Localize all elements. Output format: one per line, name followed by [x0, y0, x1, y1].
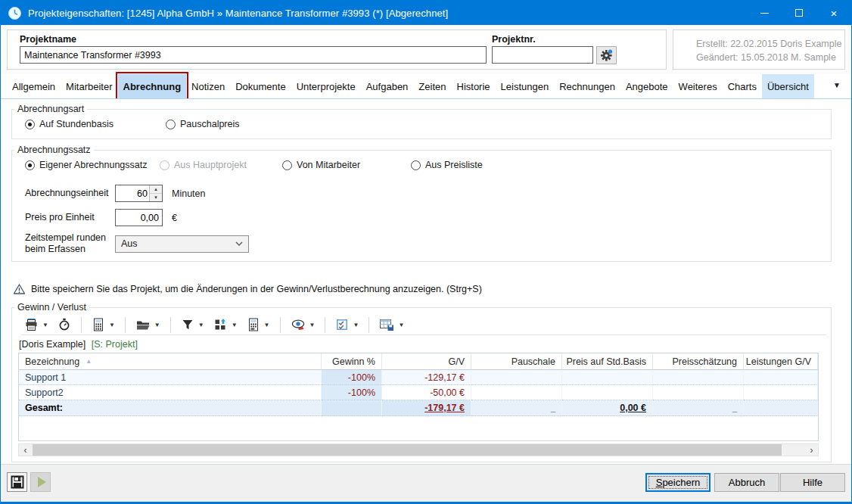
cell-row1-preisschaetzung[interactable] [653, 370, 744, 385]
dropdown-caret-icon[interactable]: ▼ [398, 322, 404, 328]
grouping-button[interactable]: ▼ [210, 316, 241, 333]
tab-unterprojekte[interactable]: Unterprojekte [291, 74, 361, 98]
project-name-label: Projektname [20, 34, 76, 45]
timer-button[interactable] [54, 316, 74, 333]
abrechnungseinheit-stepper[interactable]: ▲ ▼ [115, 185, 163, 202]
printer-icon [24, 318, 39, 331]
cell-row1-leistungen[interactable] [744, 370, 818, 385]
abrechnungsart-legend: Abrechnungsart [14, 104, 87, 114]
cell-row1-gewinn[interactable]: -100% [322, 370, 382, 385]
filter-button[interactable]: ▼ [178, 316, 207, 333]
created-text: Erstellt: 22.02.2015 Doris Example [696, 37, 844, 51]
zeitstempel-runden-select[interactable]: Aus [115, 235, 249, 253]
abrechnungssatz-legend: Abrechnungssatz [14, 145, 94, 155]
radio-pauschalpreis[interactable]: Pauschalpreis [166, 119, 240, 129]
radio-auf-stundenbasis[interactable]: Auf Stundenbasis [25, 119, 166, 129]
column-header-pauschale[interactable]: Pauschale [471, 353, 562, 370]
preview-button[interactable]: ▼ [288, 316, 319, 333]
preis-pro-einheit-input[interactable] [115, 209, 163, 226]
tab-dokumente[interactable]: Dokumente [230, 74, 291, 98]
open-button[interactable]: ▼ [132, 316, 163, 333]
radio-dot [282, 160, 292, 170]
hilfe-button[interactable]: Hilfe [780, 473, 845, 492]
sum-button[interactable]: ▼ [244, 316, 273, 333]
abbruch-button[interactable]: Abbruch [714, 473, 779, 492]
tab-abrechnung[interactable]: Abrechnung [118, 74, 187, 98]
cell-row2-pauschale[interactable] [471, 385, 562, 400]
column-header-gewinn[interactable]: Gewinn % [322, 353, 382, 370]
dropdown-caret-icon[interactable]: ▼ [353, 322, 359, 328]
project-name-input[interactable] [20, 46, 487, 64]
clock-app-icon [8, 6, 22, 20]
cell-row2-gv[interactable]: -50,00 € [382, 385, 471, 400]
dropdown-caret-icon[interactable]: ▼ [232, 322, 238, 328]
abrechnungseinheit-input[interactable] [116, 185, 149, 201]
scroll-left-icon[interactable]: ‹ [19, 444, 32, 456]
table-export-button[interactable]: ▼ [376, 316, 407, 333]
cell-row2-gewinn[interactable]: -100% [322, 385, 382, 400]
project-nr-settings-button[interactable] [596, 46, 617, 64]
dropdown-caret-icon[interactable]: ▼ [154, 322, 160, 328]
radio-eigener-abrechnungssatz[interactable]: Eigener Abrechnungssatz [25, 160, 160, 170]
column-header-gv[interactable]: G/V [382, 353, 471, 370]
tab-charts[interactable]: Charts [723, 74, 762, 98]
tab-zeiten[interactable]: Zeiten [413, 74, 451, 98]
grouping-icon [213, 318, 228, 331]
tab-rechnungen[interactable]: Rechnungen [554, 74, 620, 98]
tab-allgemein[interactable]: Allgemein [7, 74, 61, 98]
cell-total-preisschaetzung: _ [653, 400, 744, 416]
column-header-bezeichnung[interactable]: Bezeichnung ▲ [19, 353, 322, 370]
cell-row2-preisschaetzung[interactable] [653, 385, 744, 400]
radio-aus-hauptprojekt: Aus Hauptprojekt [160, 160, 282, 170]
cell-row1-bezeichnung[interactable]: Support 1 [19, 370, 322, 385]
cell-row2-bezeichnung[interactable]: Support2 [19, 385, 322, 400]
cell-total-pauschale: _ [471, 400, 562, 416]
quick-save-button[interactable] [7, 472, 27, 492]
spin-up-icon[interactable]: ▲ [150, 185, 162, 193]
dropdown-caret-icon[interactable]: ▼ [109, 322, 115, 328]
dropdown-caret-icon[interactable]: ▼ [309, 322, 316, 328]
dropdown-caret-icon[interactable]: ▼ [42, 322, 48, 328]
dropdown-caret-icon[interactable]: ▼ [198, 322, 204, 328]
tab-aufgaben[interactable]: Aufgaben [361, 74, 414, 98]
cell-row1-pauschale[interactable] [471, 370, 562, 385]
column-header-preisschaetzung[interactable]: Preisschätzung [653, 353, 744, 370]
column-header-preis-std[interactable]: Preis auf Std.Basis [562, 353, 653, 370]
scrollbar-thumb[interactable] [33, 444, 782, 456]
scope-user: [Doris Example] [19, 339, 86, 350]
scroll-right-icon[interactable]: › [805, 444, 818, 456]
minimize-button[interactable] [747, 1, 782, 25]
cell-row2-preis-std[interactable] [562, 385, 653, 400]
column-header-leistungen-gv[interactable]: Leistungen G/V [744, 353, 818, 370]
cell-row2-leistungen[interactable] [744, 385, 818, 400]
maximize-button[interactable] [782, 1, 816, 25]
calculate-button[interactable]: ▼ [89, 316, 118, 333]
cell-row1-gv[interactable]: -129,17 € [382, 370, 471, 385]
run-button[interactable] [30, 472, 51, 492]
toolbar-separator [368, 317, 369, 333]
scope-caption: [Doris Example] [S: Projekt] [19, 339, 831, 350]
radio-von-mitarbeiter[interactable]: Von Mitarbeiter [282, 160, 411, 170]
tab-leistungen[interactable]: Leistungen [496, 74, 555, 98]
tab-weiteres[interactable]: Weiteres [673, 74, 723, 98]
tab-bar: Allgemein Mitarbeiter Abrechnung Notizen… [1, 74, 851, 98]
speichern-button[interactable]: Speichern [645, 473, 711, 492]
tab-uebersicht[interactable]: Übersicht [762, 74, 814, 98]
tab-angebote[interactable]: Angebote [620, 74, 673, 98]
tab-notizen[interactable]: Notizen [186, 74, 230, 98]
radio-aus-preisliste[interactable]: Aus Preisliste [411, 160, 483, 170]
project-nr-input[interactable] [492, 46, 593, 64]
tab-overflow-button[interactable]: ▼ [833, 81, 841, 89]
horizontal-scrollbar[interactable]: ‹ › [18, 443, 819, 456]
cell-row1-preis-std[interactable] [562, 370, 653, 385]
close-button[interactable]: × [816, 1, 851, 25]
sum-calculator-icon [247, 318, 260, 331]
spin-down-icon[interactable]: ▼ [150, 193, 162, 201]
checklist-button[interactable]: ▼ [332, 316, 362, 333]
tab-mitarbeiter[interactable]: Mitarbeiter [61, 74, 117, 98]
scope-type: [S: Projekt] [92, 339, 138, 350]
dropdown-caret-icon[interactable]: ▼ [264, 322, 270, 328]
radio-dot [166, 120, 176, 129]
tab-historie[interactable]: Historie [452, 74, 496, 98]
print-button[interactable]: ▼ [21, 316, 51, 333]
